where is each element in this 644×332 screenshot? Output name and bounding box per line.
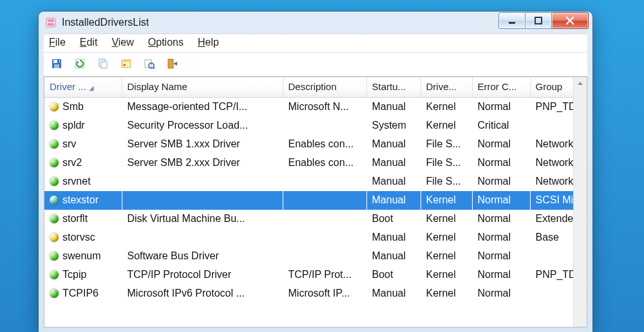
- display-name: Microsoft IPv6 Protocol ...: [122, 284, 283, 303]
- status-dot-icon: [50, 270, 59, 279]
- toolbar-find-button[interactable]: [140, 55, 158, 72]
- status-dot-icon: [50, 196, 59, 205]
- status-dot-icon: [50, 214, 59, 223]
- group: PNP_TDI: [530, 98, 573, 116]
- col-description[interactable]: Description: [283, 77, 366, 98]
- svg-rect-14: [122, 60, 131, 62]
- table-row[interactable]: storvscManualKernelNormalBase: [44, 228, 573, 247]
- toolbar-refresh-button[interactable]: [71, 55, 89, 72]
- maximize-button[interactable]: [526, 12, 552, 29]
- table-row[interactable]: srvServer SMB 1.xxx DriverEnables con...…: [44, 135, 573, 154]
- group: [530, 284, 573, 303]
- display-name: [122, 228, 283, 247]
- column-headers[interactable]: Driver ...◢ Display Name Description Sta…: [44, 77, 573, 98]
- table-row[interactable]: TcpipTCP/IP Protocol DriverTCP/IP Prot..…: [44, 266, 573, 284]
- description: [283, 116, 366, 135]
- table-row[interactable]: SmbMessage-oriented TCP/I...Microsoft N.…: [44, 98, 573, 116]
- error-control: Normal: [472, 210, 530, 228]
- group: [530, 247, 573, 266]
- status-dot-icon: [50, 102, 59, 111]
- table-row[interactable]: spldrSecurity Processor Load...SystemKer…: [44, 116, 573, 135]
- driver-type: Kernel: [421, 284, 472, 303]
- table-row[interactable]: swenumSoftware Bus DriverManualKernelNor…: [44, 247, 573, 266]
- menu-help[interactable]: Help: [198, 37, 219, 48]
- titlebar[interactable]: InstalledDriversList: [39, 12, 592, 33]
- status-dot-icon: [50, 289, 59, 298]
- display-name: [122, 172, 283, 191]
- group: Base: [530, 228, 573, 247]
- driver-name: spldr: [62, 120, 85, 131]
- driver-name: storvsc: [62, 232, 95, 243]
- driver-name: TCPIP6: [62, 288, 99, 299]
- toolbar-copy-button[interactable]: [94, 55, 112, 72]
- driver-type: File S...: [421, 172, 472, 191]
- error-control: Normal: [472, 172, 530, 191]
- startup-type: Manual: [366, 154, 421, 172]
- col-driver-name[interactable]: Driver ...◢: [44, 77, 122, 98]
- startup-type: System: [366, 116, 421, 135]
- display-name: [122, 191, 283, 210]
- col-driver-type[interactable]: Drive...: [421, 77, 472, 98]
- driver-name: swenum: [62, 250, 101, 262]
- display-name: Message-oriented TCP/I...: [122, 98, 283, 116]
- driver-name: stexstor: [62, 194, 99, 206]
- startup-type: Manual: [366, 135, 421, 154]
- driver-name: srv2: [62, 157, 82, 169]
- status-dot-icon: [50, 252, 59, 261]
- driver-type: File S...: [421, 154, 472, 172]
- toolbar-exit-button[interactable]: [164, 55, 182, 72]
- description: Microsoft IP...: [283, 284, 366, 303]
- col-group[interactable]: Group: [530, 77, 573, 98]
- description: TCP/IP Prot...: [283, 266, 366, 284]
- col-error-control[interactable]: Error C...: [472, 77, 530, 98]
- driver-name: srv: [62, 138, 76, 150]
- vertical-scrollbar[interactable]: [573, 77, 587, 327]
- startup-type: Boot: [366, 266, 421, 284]
- description: Microsoft N...: [283, 98, 366, 116]
- col-startup[interactable]: Startu...: [366, 77, 421, 98]
- driver-type: Kernel: [421, 116, 472, 135]
- display-name: Security Processor Load...: [122, 116, 283, 135]
- sort-indicator-icon: ◢: [89, 84, 94, 91]
- display-name: Disk Virtual Machine Bu...: [122, 210, 283, 228]
- table-row[interactable]: stexstorManualKernelNormalSCSI Min: [44, 191, 573, 210]
- toolbar: [44, 53, 587, 77]
- table-row[interactable]: srvnetManualFile S...NormalNetwork: [44, 172, 573, 191]
- menu-view[interactable]: View: [111, 37, 133, 48]
- svg-rect-3: [509, 22, 515, 24]
- group: Extended: [530, 210, 573, 228]
- status-dot-icon: [50, 140, 59, 149]
- table-row[interactable]: storfltDisk Virtual Machine Bu...BootKer…: [44, 210, 573, 228]
- driver-name: storflt: [62, 213, 88, 225]
- toolbar-save-button[interactable]: [48, 55, 66, 72]
- startup-type: Manual: [366, 98, 421, 116]
- menu-options[interactable]: Options: [148, 37, 184, 48]
- svg-rect-8: [57, 60, 59, 63]
- description: [283, 228, 366, 247]
- table-row[interactable]: TCPIP6Microsoft IPv6 Protocol ...Microso…: [44, 284, 573, 303]
- startup-type: Manual: [366, 284, 421, 303]
- col-display-name[interactable]: Display Name: [122, 77, 283, 98]
- svg-rect-7: [54, 64, 59, 68]
- toolbar-properties-button[interactable]: [117, 55, 135, 72]
- svg-rect-12: [101, 61, 107, 63]
- menu-file[interactable]: File: [49, 37, 66, 48]
- description: [283, 172, 366, 191]
- minimize-button[interactable]: [498, 12, 526, 29]
- table-row[interactable]: srv2Server SMB 2.xxx DriverEnables con..…: [44, 154, 573, 172]
- description: [283, 247, 366, 266]
- startup-type: Manual: [366, 228, 421, 247]
- error-control: Normal: [472, 98, 530, 116]
- menu-edit[interactable]: Edit: [80, 37, 98, 48]
- display-name: Server SMB 2.xxx Driver: [122, 154, 283, 172]
- error-control: Normal: [472, 191, 530, 210]
- error-control: Normal: [472, 154, 530, 172]
- description: [283, 191, 366, 210]
- svg-rect-4: [535, 17, 542, 24]
- caption-buttons: [498, 12, 589, 29]
- startup-type: Boot: [366, 210, 421, 228]
- status-dot-icon: [50, 158, 59, 167]
- startup-type: Manual: [366, 247, 421, 266]
- close-button[interactable]: [552, 12, 589, 29]
- driver-grid[interactable]: Driver ...◢ Display Name Description Sta…: [44, 77, 573, 327]
